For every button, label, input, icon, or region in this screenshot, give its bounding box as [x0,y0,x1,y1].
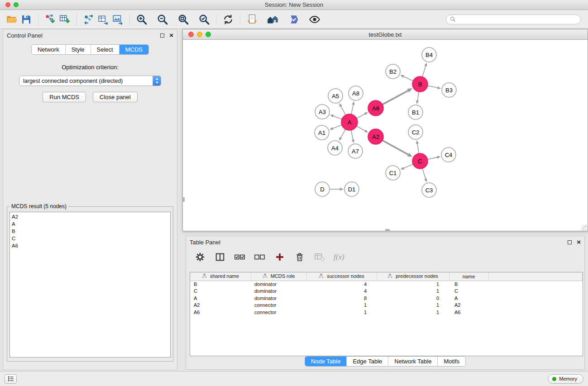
graph-edge[interactable] [351,105,354,114]
table-cell[interactable]: 1 [377,281,449,288]
deselect-all-button[interactable] [254,251,266,263]
float-panel-icon[interactable] [568,240,572,244]
graph-edge[interactable] [351,130,353,140]
show-columns-button[interactable] [214,251,226,263]
graph-edge[interactable] [417,144,419,154]
zoom-in-button[interactable] [134,12,149,27]
graph-node[interactable]: C3 [422,183,436,197]
tab-node-table[interactable]: Node Table [305,357,347,366]
graph-edge[interactable] [333,116,342,119]
table-cell[interactable]: 1 [306,309,377,316]
zoom-fit-button[interactable] [176,12,191,27]
table-cell[interactable]: dominator [251,295,306,302]
import-network-button[interactable] [43,12,57,27]
graph-edge[interactable] [422,66,425,77]
close-panel-button[interactable]: Close panel [93,92,138,102]
function-builder-button[interactable]: f(x) [334,251,344,263]
graph-node[interactable]: A8 [349,86,363,100]
zoom-window-button[interactable] [14,2,19,7]
graph-edge[interactable] [428,157,437,160]
table-cell[interactable]: B [449,281,488,288]
table-cell[interactable]: 4 [306,288,377,295]
table-cell[interactable]: 0 [377,295,449,302]
graph-node[interactable]: C1 [386,166,400,180]
table-row[interactable]: Cdominator41C [190,288,583,295]
table-row[interactable]: A6connector11A6 [190,309,583,316]
home-view-button[interactable] [266,12,280,27]
graph-edge[interactable] [428,86,438,87]
zoom-out-button[interactable] [155,12,170,27]
vertical-scroll-indicator[interactable] [183,197,185,202]
table-cell[interactable]: 1 [306,302,377,309]
delete-column-button[interactable] [294,251,306,263]
add-column-button[interactable] [274,251,286,263]
column-header-shared-name[interactable]: shared name [190,272,251,281]
network-graph[interactable]: B4B2BB3A5A8A6B1A3AC2A1A2A4A7C4CC1C3DD1 [183,40,588,231]
graph-node[interactable]: C4 [441,148,456,162]
export-network-button[interactable] [81,12,96,27]
table-row[interactable]: Bdominator41B [190,281,583,288]
save-session-button[interactable] [19,12,33,27]
search-input[interactable] [458,16,577,23]
export-image-button[interactable] [110,12,125,27]
graph-edge[interactable] [382,91,408,105]
close-window-button[interactable] [5,2,10,7]
criterion-dropdown[interactable]: largest connected component (directed) [19,76,161,86]
table-cell[interactable]: A2 [190,302,251,309]
graph-node[interactable]: B3 [442,83,456,97]
result-item[interactable]: C [12,235,168,242]
network-report-button[interactable] [245,12,259,27]
style-check-button[interactable] [287,12,301,27]
graph-edge[interactable] [417,92,419,101]
tab-mcds[interactable]: MCDS [119,45,148,54]
graph-edge[interactable] [357,126,365,131]
table-cell[interactable]: 1 [377,288,449,295]
graph-node[interactable]: A4 [328,141,342,155]
graph-node[interactable]: D [315,182,330,196]
mcds-result-list[interactable]: A2ABCA6 [10,212,171,357]
table-cell[interactable]: C [190,288,251,295]
memory-button[interactable]: Memory [548,374,583,384]
graph-node[interactable]: A [341,114,358,130]
graph-edge[interactable] [404,76,413,81]
tab-network-table[interactable]: Network Table [388,357,437,366]
network-zoom-button[interactable] [206,32,211,37]
horizontal-scroll-indicator[interactable] [385,229,390,231]
table-row[interactable]: Adominator80A [190,295,583,302]
table-cell[interactable]: 1 [377,302,449,309]
graph-node[interactable]: A5 [328,89,343,103]
show-hide-button[interactable] [307,12,322,27]
graph-node[interactable]: B1 [408,105,423,119]
graph-edge[interactable] [404,164,413,168]
task-history-button[interactable] [5,374,17,384]
table-cell[interactable]: 1 [377,309,449,316]
graph-node[interactable]: D1 [344,182,359,196]
table-cell[interactable]: dominator [251,288,306,295]
network-close-button[interactable] [188,32,194,37]
result-item[interactable]: B [12,228,168,235]
graph-edge[interactable] [341,106,345,115]
import-table-button[interactable] [57,12,72,27]
delete-table-button[interactable] [314,251,325,263]
table-cell[interactable]: A6 [449,309,488,316]
column-header-predecessor-nodes[interactable]: predecessor nodes [377,272,449,281]
select-all-button[interactable] [234,251,246,263]
resize-grip[interactable] [582,225,588,231]
refresh-button[interactable] [221,12,235,27]
graph-node[interactable]: A3 [315,105,330,119]
graph-node[interactable]: A6 [368,100,383,116]
column-header-successor-nodes[interactable]: successor nodes [306,272,377,281]
export-table-button[interactable] [96,12,110,27]
table-row[interactable]: A2connector11A2 [190,302,583,309]
graph-node[interactable]: A1 [315,125,329,140]
tab-select[interactable]: Select [91,45,119,54]
close-panel-icon[interactable]: × [169,33,173,38]
table-cell[interactable]: connector [251,302,306,309]
graph-edge[interactable] [341,129,345,138]
close-panel-icon[interactable]: × [577,240,581,244]
table-settings-button[interactable] [194,251,206,263]
graph-node[interactable]: B2 [386,64,400,79]
table-cell[interactable]: connector [251,309,306,316]
graph-edge[interactable] [333,125,342,128]
result-item[interactable]: A6 [12,242,168,249]
